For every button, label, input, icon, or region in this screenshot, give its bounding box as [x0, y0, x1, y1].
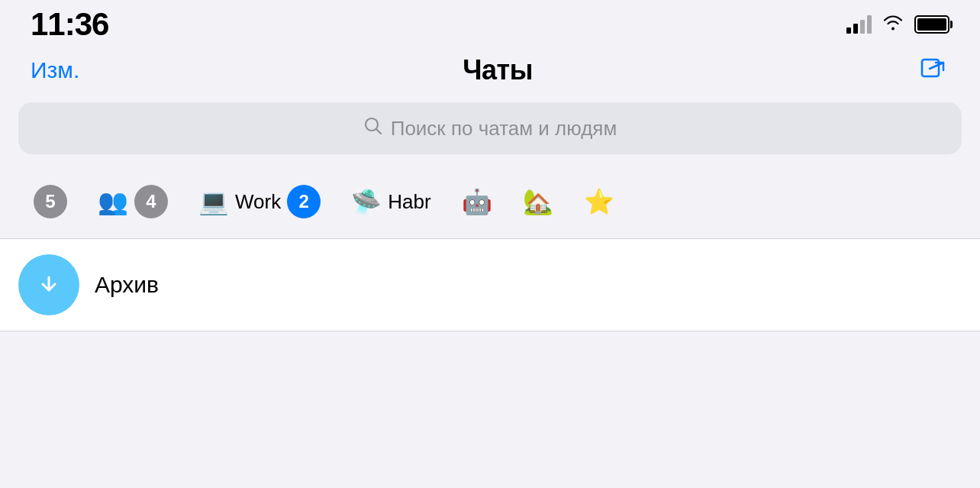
search-container: Поиск по чатам и людям: [0, 102, 980, 170]
ufo-icon: 🛸: [351, 187, 382, 216]
page-title: Чаты: [463, 54, 533, 86]
tab-robot[interactable]: 🤖: [446, 179, 508, 224]
tab-2-badge: 2: [287, 185, 321, 218]
archive-avatar: [18, 254, 79, 315]
tab-contacts[interactable]: 👥 4: [82, 177, 183, 226]
tab-home[interactable]: 🏡: [508, 179, 569, 224]
status-bar: 11:36: [0, 0, 980, 46]
home-icon: 🏡: [523, 187, 553, 216]
archive-label: Архив: [95, 272, 159, 298]
tab-habr[interactable]: 🛸 Habr: [336, 179, 446, 224]
filter-tabs: 5 👥 4 💻 Work 2 🛸 Habr 🤖 🏡 ⭐: [0, 170, 980, 239]
tab-work-label: Work: [235, 190, 281, 214]
header: Изм. Чаты: [0, 46, 980, 102]
tab-4-badge: 4: [134, 185, 168, 218]
search-icon: [363, 116, 383, 141]
tab-5-badge: 5: [34, 185, 67, 218]
search-bar[interactable]: Поиск по чатам и людям: [18, 102, 962, 154]
signal-icon: [846, 15, 872, 34]
archive-row[interactable]: Архив: [0, 239, 980, 331]
search-placeholder: Поиск по чатам и людям: [391, 117, 617, 141]
battery-icon: [914, 15, 949, 34]
tab-all-unread[interactable]: 5: [18, 177, 82, 226]
status-icons: [846, 14, 949, 35]
status-time: 11:36: [31, 6, 108, 43]
tab-star[interactable]: ⭐: [569, 179, 630, 224]
compose-button[interactable]: [916, 53, 949, 87]
contacts-icon: 👥: [98, 187, 128, 216]
laptop-icon: 💻: [198, 187, 229, 216]
edit-button[interactable]: Изм.: [31, 57, 79, 83]
robot-icon: 🤖: [462, 187, 492, 216]
star-icon: ⭐: [584, 187, 614, 216]
tab-habr-label: Habr: [388, 190, 430, 214]
wifi-icon: [882, 14, 904, 35]
tab-work[interactable]: 💻 Work 2: [183, 177, 336, 226]
